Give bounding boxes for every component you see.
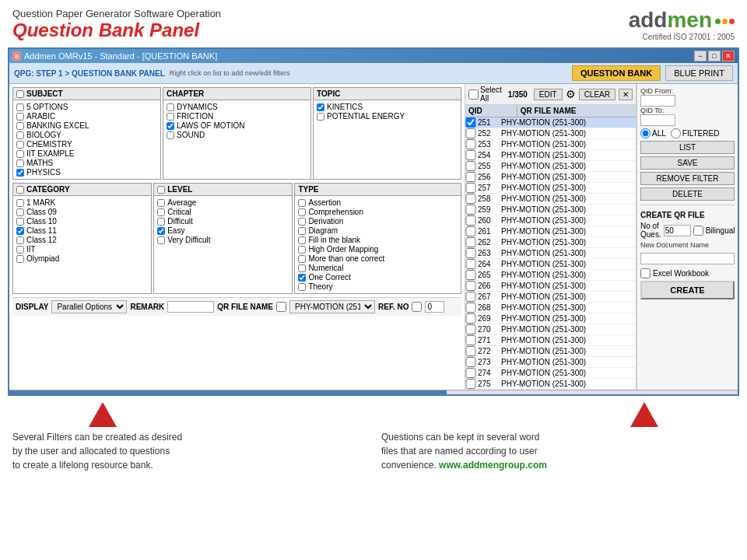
qid-row[interactable]: 258PHY-MOTION (251-300) [465,194,636,205]
level-item-checkbox[interactable] [157,218,165,226]
qid-row-checkbox[interactable] [465,324,476,334]
qid-row-checkbox[interactable] [465,215,476,226]
qr-file-name-cb[interactable] [276,302,286,312]
category-item-checkbox[interactable] [16,246,24,254]
new-doc-name-input[interactable] [640,253,735,264]
qid-row-checkbox[interactable] [465,281,476,291]
subject-select-all-cb[interactable] [16,90,24,98]
type-item-checkbox[interactable] [298,199,306,207]
qid-row[interactable]: 254PHY-MOTION (251-300) [465,150,636,161]
save-button[interactable]: SAVE [640,156,735,170]
close-button[interactable]: ✕ [722,51,735,61]
qid-row-checkbox[interactable] [465,172,476,182]
qid-row[interactable]: 255PHY-MOTION (251-300) [465,161,636,172]
category-item-checkbox[interactable] [16,208,24,216]
qid-row-checkbox[interactable] [465,259,476,269]
qid-row[interactable]: 261PHY-MOTION (251-300) [465,226,636,237]
remove-filter-button[interactable]: REMOVE FILTER [640,172,735,185]
qid-row[interactable]: 260PHY-MOTION (251-300) [465,215,636,226]
type-item-checkbox[interactable] [298,246,306,254]
qid-row[interactable]: 264PHY-MOTION (251-300) [465,259,636,270]
qid-row[interactable]: 268PHY-MOTION (251-300) [465,303,636,313]
list-button[interactable]: LIST [640,141,735,154]
qid-row[interactable]: 266PHY-MOTION (251-300) [465,281,636,292]
filtered-radio[interactable] [671,128,681,138]
level-item-checkbox[interactable] [157,227,165,235]
qr-file-select[interactable]: PHY-MOTION (251-300) [289,300,375,313]
qid-row[interactable]: 253PHY-MOTION (251-300) [465,139,636,150]
qid-row[interactable]: 267PHY-MOTION (251-300) [465,292,636,303]
ref-no-input[interactable]: 0 [425,301,444,313]
subject-item-checkbox[interactable] [16,169,24,177]
qid-row-checkbox[interactable] [465,205,476,215]
topic-item-checkbox[interactable] [317,113,324,121]
qid-row[interactable]: 269PHY-MOTION (251-300) [465,313,636,324]
chapter-item-checkbox[interactable] [167,122,174,130]
qid-row[interactable]: 272PHY-MOTION (251-300) [465,346,636,357]
delete-button[interactable]: DELETE [640,187,735,201]
subject-item-checkbox[interactable] [16,113,24,121]
chapter-item-checkbox[interactable] [167,131,174,139]
qid-row-checkbox[interactable] [465,237,476,247]
subject-item-checkbox[interactable] [16,103,24,111]
type-item-checkbox[interactable] [298,264,306,272]
qid-to-input[interactable] [640,114,675,126]
create-button[interactable]: CREATE [640,281,735,299]
qid-row-checkbox[interactable] [465,303,476,313]
maximize-button[interactable]: □ [708,51,721,61]
qid-row-checkbox[interactable] [465,128,476,138]
qid-row[interactable]: 263PHY-MOTION (251-300) [465,248,636,259]
qid-row[interactable]: 252PHY-MOTION (251-300) [465,128,636,139]
qid-row-checkbox[interactable] [465,379,476,389]
level-item-checkbox[interactable] [157,199,165,207]
category-select-all-cb[interactable] [16,186,24,194]
ref-no-cb[interactable] [412,302,422,312]
qid-row[interactable]: 274PHY-MOTION (251-300) [465,368,636,379]
qid-row[interactable]: 275PHY-MOTION (251-300) [465,379,636,390]
filtered-radio-label[interactable]: FILTERED [671,128,720,138]
type-item-checkbox[interactable] [298,283,306,291]
remark-input[interactable] [167,301,214,313]
type-item-checkbox[interactable] [298,274,306,282]
subject-item-checkbox[interactable] [16,141,24,149]
type-item-checkbox[interactable] [298,208,306,216]
tab-question-bank[interactable]: QUESTION BANK [572,65,661,81]
qid-row-checkbox[interactable] [465,335,476,345]
type-item-checkbox[interactable] [298,255,306,263]
topic-item-checkbox[interactable] [317,103,324,111]
level-select-all-cb[interactable] [157,186,165,194]
qid-row-checkbox[interactable] [465,346,476,356]
level-item-checkbox[interactable] [157,208,165,216]
qid-row[interactable]: 273PHY-MOTION (251-300) [465,357,636,368]
chapter-item-checkbox[interactable] [167,113,174,121]
all-radio[interactable] [640,128,651,138]
category-item-checkbox[interactable] [16,255,24,263]
display-select[interactable]: Parallel Options [51,300,127,313]
subject-item-checkbox[interactable] [16,122,24,130]
qid-row-checkbox[interactable] [465,270,476,280]
all-radio-label[interactable]: ALL [640,128,666,138]
type-item-checkbox[interactable] [298,236,306,244]
qid-row-checkbox[interactable] [465,161,476,171]
category-item-checkbox[interactable] [16,227,24,235]
no-of-ques-input[interactable]: 50 [664,225,691,236]
qid-row[interactable]: 256PHY-MOTION (251-300) [465,172,636,183]
qid-row[interactable]: 251PHY-MOTION (251-300) [465,117,636,128]
category-item-checkbox[interactable] [16,236,24,244]
qid-row[interactable]: 271PHY-MOTION (251-300) [465,335,636,346]
qid-row[interactable]: 259PHY-MOTION (251-300) [465,205,636,215]
qid-row-checkbox[interactable] [465,313,476,324]
type-item-checkbox[interactable] [298,227,306,235]
select-all-checkbox[interactable] [468,89,479,100]
qid-row[interactable]: 262PHY-MOTION (251-300) [465,237,636,248]
qid-row-checkbox[interactable] [465,368,476,378]
qid-row-checkbox[interactable] [465,226,476,236]
qid-row[interactable]: 270PHY-MOTION (251-300) [465,324,636,335]
level-item-checkbox[interactable] [157,236,165,244]
excel-checkbox[interactable] [640,268,651,278]
qid-row-checkbox[interactable] [465,117,476,128]
type-item-checkbox[interactable] [298,218,306,226]
tab-blueprint[interactable]: BLUE PRINT [665,65,733,81]
qid-row[interactable]: 257PHY-MOTION (251-300) [465,183,636,194]
qid-row-checkbox[interactable] [465,194,476,204]
